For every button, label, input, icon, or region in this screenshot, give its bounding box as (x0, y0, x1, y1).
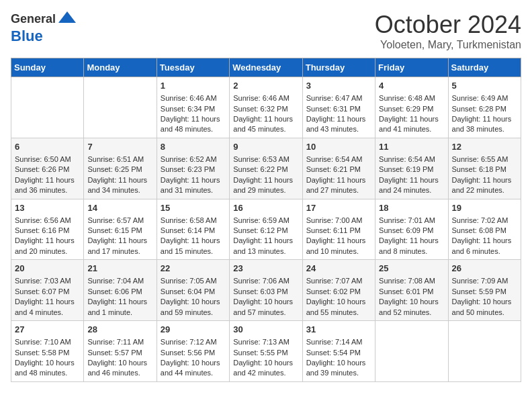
calendar-cell: 19Sunrise: 7:02 AMSunset: 6:08 PMDayligh… (448, 199, 521, 260)
title-block: October 2024 Yoloeten, Mary, Turkmenista… (375, 11, 521, 51)
sunset-text: Sunset: 6:02 PM (306, 287, 371, 297)
sunrise-text: Sunrise: 6:46 AM (161, 93, 226, 103)
calendar-cell: 28Sunrise: 7:11 AMSunset: 5:57 PMDayligh… (84, 321, 157, 382)
day-number: 12 (452, 141, 517, 153)
sunset-text: Sunset: 5:57 PM (87, 348, 152, 358)
weekday-header: Saturday (448, 58, 521, 77)
calendar-cell (448, 321, 521, 382)
day-number: 13 (15, 202, 80, 214)
calendar-cell (375, 321, 448, 382)
sunrise-text: Sunrise: 7:00 AM (306, 216, 371, 226)
calendar-cell: 5Sunrise: 6:49 AMSunset: 6:28 PMDaylight… (448, 77, 521, 138)
weekday-header: Wednesday (230, 58, 302, 77)
sunrise-text: Sunrise: 6:50 AM (15, 154, 80, 165)
sunrise-text: Sunrise: 6:47 AM (306, 93, 371, 103)
daylight-text: Daylight: 11 hours and 1 minute. (87, 297, 152, 318)
calendar-cell: 30Sunrise: 7:13 AMSunset: 5:55 PMDayligh… (230, 321, 302, 382)
calendar-cell: 17Sunrise: 7:00 AMSunset: 6:11 PMDayligh… (302, 199, 375, 260)
day-number: 28 (87, 324, 152, 336)
day-number: 25 (379, 263, 444, 275)
logo-blue: Blue (11, 28, 43, 44)
sunrise-text: Sunrise: 6:48 AM (379, 93, 444, 103)
calendar-cell: 7Sunrise: 6:51 AMSunset: 6:25 PMDaylight… (84, 138, 157, 199)
calendar-cell: 21Sunrise: 7:04 AMSunset: 6:06 PMDayligh… (84, 260, 157, 321)
day-number: 23 (233, 263, 298, 275)
daylight-text: Daylight: 11 hours and 41 minutes. (379, 114, 444, 135)
calendar-cell: 22Sunrise: 7:05 AMSunset: 6:04 PMDayligh… (157, 260, 229, 321)
daylight-text: Daylight: 10 hours and 52 minutes. (379, 297, 444, 318)
calendar-week-row: 6Sunrise: 6:50 AMSunset: 6:26 PMDaylight… (11, 138, 521, 199)
day-number: 8 (161, 141, 226, 153)
sunset-text: Sunset: 6:29 PM (379, 104, 444, 114)
day-number: 22 (161, 263, 226, 275)
daylight-text: Daylight: 10 hours and 48 minutes. (15, 358, 80, 379)
sunrise-text: Sunrise: 6:58 AM (161, 216, 226, 226)
day-number: 10 (306, 141, 371, 153)
sunset-text: Sunset: 5:55 PM (233, 348, 298, 358)
calendar-cell: 2Sunrise: 6:46 AMSunset: 6:32 PMDaylight… (230, 77, 302, 138)
location-subtitle: Yoloeten, Mary, Turkmenistan (375, 39, 521, 51)
sunset-text: Sunset: 6:07 PM (15, 287, 80, 297)
sunrise-text: Sunrise: 7:09 AM (452, 276, 517, 286)
daylight-text: Daylight: 10 hours and 44 minutes. (161, 358, 226, 379)
day-number: 17 (306, 202, 371, 214)
day-number: 1 (161, 80, 226, 92)
weekday-header-row: SundayMondayTuesdayWednesdayThursdayFrid… (11, 58, 521, 77)
month-title: October 2024 (375, 11, 521, 39)
sunset-text: Sunset: 6:28 PM (452, 104, 517, 114)
calendar-cell: 25Sunrise: 7:08 AMSunset: 6:01 PMDayligh… (375, 260, 448, 321)
calendar-cell: 15Sunrise: 6:58 AMSunset: 6:14 PMDayligh… (157, 199, 229, 260)
page-header: General Blue October 2024 Yoloeten, Mary… (11, 11, 521, 51)
logo-icon (57, 8, 77, 28)
sunset-text: Sunset: 6:21 PM (306, 165, 371, 175)
calendar-week-row: 27Sunrise: 7:10 AMSunset: 5:58 PMDayligh… (11, 321, 521, 382)
sunset-text: Sunset: 6:22 PM (233, 165, 298, 175)
sunset-text: Sunset: 6:06 PM (87, 287, 152, 297)
day-number: 26 (452, 263, 517, 275)
weekday-header: Sunday (11, 58, 84, 77)
sunset-text: Sunset: 6:34 PM (161, 104, 226, 114)
weekday-header: Tuesday (157, 58, 229, 77)
sunrise-text: Sunrise: 6:54 AM (379, 154, 444, 165)
day-number: 15 (161, 202, 226, 214)
sunrise-text: Sunrise: 6:53 AM (233, 154, 298, 165)
calendar-cell: 1Sunrise: 6:46 AMSunset: 6:34 PMDaylight… (157, 77, 229, 138)
sunrise-text: Sunrise: 7:06 AM (233, 276, 298, 286)
day-number: 2 (233, 80, 298, 92)
daylight-text: Daylight: 10 hours and 55 minutes. (306, 297, 371, 318)
calendar-cell: 13Sunrise: 6:56 AMSunset: 6:16 PMDayligh… (11, 199, 84, 260)
day-number: 29 (161, 324, 226, 336)
day-number: 30 (233, 324, 298, 336)
calendar-cell: 27Sunrise: 7:10 AMSunset: 5:58 PMDayligh… (11, 321, 84, 382)
day-number: 7 (87, 141, 152, 153)
day-number: 21 (87, 263, 152, 275)
day-number: 24 (306, 263, 371, 275)
calendar-cell (84, 77, 157, 138)
daylight-text: Daylight: 11 hours and 48 minutes. (161, 114, 226, 135)
daylight-text: Daylight: 11 hours and 34 minutes. (87, 175, 152, 196)
daylight-text: Daylight: 11 hours and 20 minutes. (15, 236, 80, 257)
daylight-text: Daylight: 11 hours and 45 minutes. (233, 114, 298, 135)
day-number: 4 (379, 80, 444, 92)
daylight-text: Daylight: 10 hours and 39 minutes. (306, 358, 371, 379)
calendar-cell: 31Sunrise: 7:14 AMSunset: 5:54 PMDayligh… (302, 321, 375, 382)
sunrise-text: Sunrise: 6:56 AM (15, 216, 80, 226)
sunrise-text: Sunrise: 7:13 AM (233, 337, 298, 347)
calendar-cell: 12Sunrise: 6:55 AMSunset: 6:18 PMDayligh… (448, 138, 521, 199)
day-number: 31 (306, 324, 371, 336)
daylight-text: Daylight: 11 hours and 27 minutes. (306, 175, 371, 196)
calendar-cell (11, 77, 84, 138)
calendar-cell: 8Sunrise: 6:52 AMSunset: 6:23 PMDaylight… (157, 138, 229, 199)
sunrise-text: Sunrise: 7:02 AM (452, 216, 517, 226)
calendar-week-row: 20Sunrise: 7:03 AMSunset: 6:07 PMDayligh… (11, 260, 521, 321)
sunrise-text: Sunrise: 6:51 AM (87, 154, 152, 165)
sunset-text: Sunset: 6:01 PM (379, 287, 444, 297)
sunrise-text: Sunrise: 7:08 AM (379, 276, 444, 286)
day-number: 5 (452, 80, 517, 92)
calendar-cell: 18Sunrise: 7:01 AMSunset: 6:09 PMDayligh… (375, 199, 448, 260)
sunrise-text: Sunrise: 7:04 AM (87, 276, 152, 286)
calendar-cell: 9Sunrise: 6:53 AMSunset: 6:22 PMDaylight… (230, 138, 302, 199)
sunset-text: Sunset: 6:25 PM (87, 165, 152, 175)
calendar-cell: 10Sunrise: 6:54 AMSunset: 6:21 PMDayligh… (302, 138, 375, 199)
day-number: 14 (87, 202, 152, 214)
